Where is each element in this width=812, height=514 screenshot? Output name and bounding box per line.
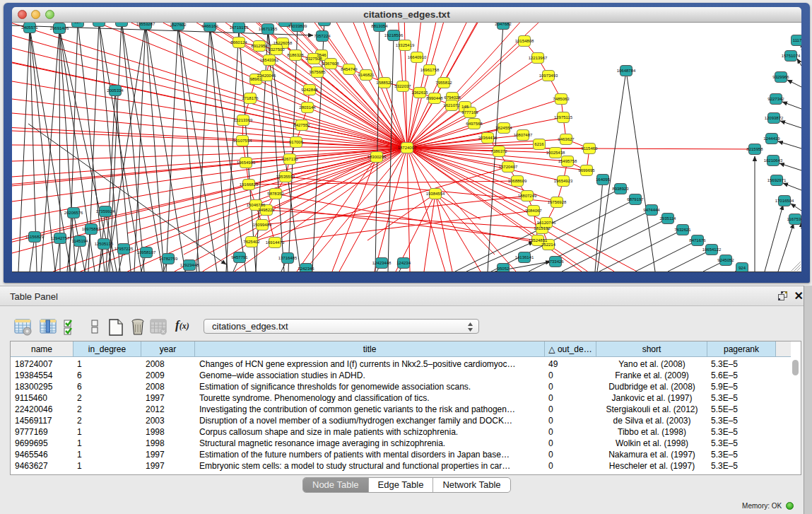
svg-text:8912954: 8912954 [251, 44, 268, 48]
svg-text:9084067: 9084067 [525, 209, 542, 213]
svg-text:1527602: 1527602 [170, 23, 187, 27]
svg-text:9146821: 9146821 [358, 73, 375, 77]
svg-text:12975115: 12975115 [554, 115, 573, 119]
svg-text:3624554: 3624554 [495, 126, 512, 130]
svg-text:2935114: 2935114 [660, 216, 677, 221]
svg-text:1117: 1117 [793, 38, 801, 42]
svg-text:15226058: 15226058 [273, 41, 293, 45]
svg-text:9227342: 9227342 [767, 97, 784, 101]
svg-text:8660124: 8660124 [230, 40, 247, 45]
svg-text:12093872: 12093872 [765, 116, 784, 120]
svg-text:10154808: 10154808 [515, 39, 534, 43]
svg-text:12213967: 12213967 [529, 56, 548, 60]
svg-text:917006: 917006 [289, 140, 304, 144]
svg-text:10025438: 10025438 [546, 151, 565, 155]
svg-text:18807249: 18807249 [518, 194, 537, 198]
svg-text:19756928: 19756928 [548, 200, 567, 204]
svg-text:1621072: 1621072 [443, 103, 460, 107]
svg-text:15720407: 15720407 [499, 165, 518, 169]
svg-text:16543362: 16543362 [260, 58, 279, 62]
svg-text:18300295: 18300295 [367, 155, 387, 159]
svg-text:19654923: 19654923 [554, 179, 573, 183]
svg-text:15495758: 15495758 [558, 159, 577, 163]
svg-text:98961: 98961 [250, 77, 262, 81]
svg-text:907: 907 [74, 23, 82, 24]
svg-text:8990448: 8990448 [426, 96, 443, 100]
svg-text:6466160: 6466160 [201, 24, 218, 28]
svg-text:124234: 124234 [396, 261, 411, 265]
svg-text:13716485: 13716485 [278, 256, 298, 260]
svg-text:12942757: 12942757 [51, 236, 70, 240]
svg-text:9463627: 9463627 [558, 137, 575, 141]
svg-text:1167534: 1167534 [787, 217, 801, 221]
svg-text:10973493: 10973493 [539, 74, 558, 78]
svg-text:9242848: 9242848 [301, 88, 318, 92]
svg-text:9115460: 9115460 [582, 146, 599, 151]
svg-text:10553: 10553 [116, 23, 128, 23]
svg-text:7632621: 7632621 [674, 228, 691, 232]
svg-text:16782759: 16782759 [159, 257, 178, 261]
svg-text:2803144: 2803144 [299, 105, 316, 110]
svg-text:252214: 252214 [541, 243, 556, 247]
svg-text:7625402: 7625402 [243, 240, 260, 244]
svg-text:8454749: 8454749 [341, 67, 358, 71]
svg-text:95052: 95052 [498, 267, 510, 271]
svg-text:17016504: 17016504 [775, 199, 794, 203]
svg-text:7386372: 7386372 [490, 149, 507, 153]
svg-text:10688609: 10688609 [508, 179, 527, 183]
svg-text:15099489: 15099489 [253, 223, 272, 227]
svg-text:8186328: 8186328 [287, 53, 304, 57]
svg-text:2047682: 2047682 [495, 23, 512, 26]
svg-text:2367608: 2367608 [322, 62, 339, 66]
svg-text:10719155: 10719155 [230, 25, 249, 30]
svg-text:145: 145 [461, 105, 469, 109]
svg-text:10553287: 10553287 [136, 23, 155, 26]
svg-text:164095: 164095 [596, 177, 611, 182]
svg-text:7955812: 7955812 [435, 81, 452, 85]
svg-text:20364436: 20364436 [478, 136, 498, 140]
svg-text:15692971: 15692971 [767, 178, 787, 182]
svg-text:13524851: 13524851 [529, 238, 548, 243]
svg-text:19166825: 19166825 [240, 182, 259, 187]
svg-text:19218506: 19218506 [384, 33, 404, 37]
svg-text:6794028: 6794028 [444, 95, 461, 100]
svg-text:75155: 75155 [279, 23, 291, 23]
svg-text:10958107: 10958107 [137, 250, 156, 255]
svg-text:14136141: 14136141 [515, 255, 534, 259]
svg-text:1242346: 1242346 [298, 267, 314, 271]
svg-text:3267130: 3267130 [281, 157, 298, 161]
svg-text:6497568: 6497568 [466, 122, 483, 126]
svg-text:8813054: 8813054 [371, 24, 388, 28]
svg-text:6216: 6216 [534, 142, 544, 146]
svg-text:8938923: 8938923 [612, 187, 629, 191]
svg-text:20206576: 20206576 [64, 211, 83, 215]
svg-text:9245052: 9245052 [717, 258, 734, 262]
svg-text:8215958: 8215958 [746, 147, 763, 151]
svg-text:7357224: 7357224 [314, 34, 331, 38]
svg-text:12423448: 12423448 [372, 261, 392, 265]
svg-text:1588520: 1588520 [376, 81, 393, 85]
svg-text:7485063: 7485063 [553, 97, 570, 101]
svg-text:10210643: 10210643 [764, 158, 783, 163]
svg-text:9474444: 9474444 [643, 208, 660, 212]
svg-text:1733426: 1733426 [547, 259, 564, 264]
svg-text:5322037: 5322037 [394, 84, 411, 88]
svg-text:3498222: 3498222 [258, 208, 275, 212]
svg-text:16033809: 16033809 [288, 24, 307, 28]
svg-text:10807487: 10807487 [514, 133, 533, 137]
svg-text:18724007: 18724007 [398, 146, 417, 150]
svg-text:9327508: 9327508 [305, 57, 322, 61]
svg-text:10648784: 10648784 [617, 69, 636, 73]
svg-text:17957225: 17957225 [114, 247, 134, 251]
svg-text:6879197: 6879197 [627, 197, 644, 201]
svg-text:10654122: 10654122 [702, 247, 722, 252]
svg-text:19384554: 19384554 [426, 192, 445, 196]
svg-text:16640910: 16640910 [408, 55, 427, 59]
svg-text:2005334: 2005334 [107, 88, 124, 93]
svg-text:9329966: 9329966 [772, 75, 789, 79]
svg-text:17359924: 17359924 [96, 209, 115, 214]
svg-text:924: 924 [739, 266, 746, 270]
svg-text:12505135: 12505135 [95, 242, 114, 246]
svg-text:9457791: 9457791 [231, 255, 248, 259]
svg-text:9777169: 9777169 [461, 110, 478, 115]
